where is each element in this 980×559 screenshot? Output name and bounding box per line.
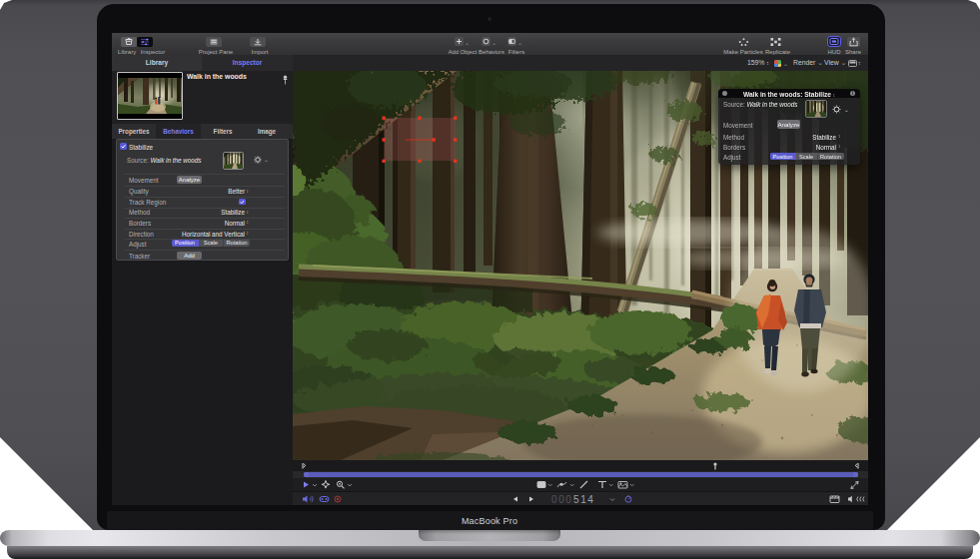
svg-text:514: 514 (573, 494, 595, 505)
svg-text:000: 000 (551, 494, 573, 505)
